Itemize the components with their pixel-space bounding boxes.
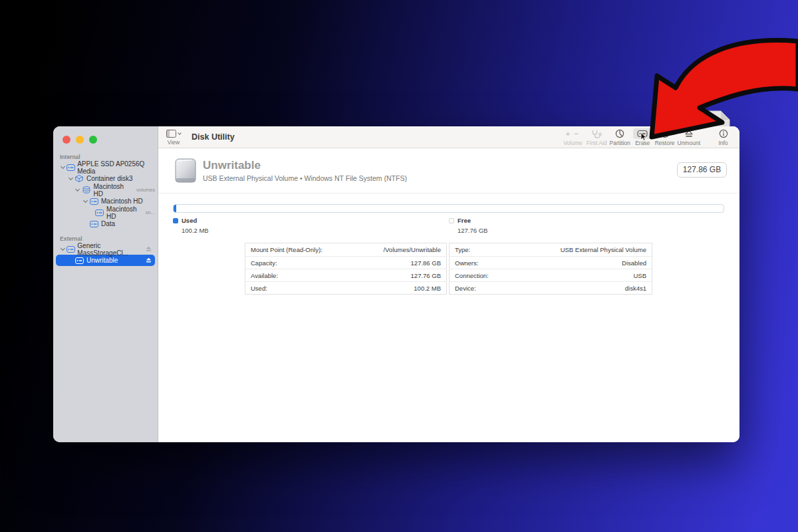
used-swatch-icon [173, 218, 178, 223]
minimize-button[interactable] [76, 136, 84, 144]
chevron-down-icon[interactable] [82, 198, 87, 202]
info-button[interactable]: Info [712, 128, 734, 146]
zoom-button[interactable] [89, 136, 97, 144]
traffic-lights [53, 126, 158, 148]
restore-icon [656, 128, 674, 139]
main-pane: View Disk Utility + − Volume First Aid [158, 126, 739, 442]
detail-label: Available: [251, 269, 278, 281]
free-swatch-icon [449, 218, 454, 223]
detail-value: 127.86 GB [411, 257, 441, 269]
table-row: Device: disk4s1 [450, 281, 652, 294]
detail-value: disk4s1 [625, 282, 646, 294]
sidebar-item-unwritable[interactable]: Unwritable [56, 255, 155, 266]
details-table-right: Type: USB External Physical Volume Owner… [449, 243, 652, 295]
volume-detail-panel: Unwritable USB External Physical Volume … [158, 149, 739, 442]
legend-free: Free 127.76 GB [449, 217, 487, 234]
first-aid-icon [587, 128, 606, 139]
used-value: 100.2 MB [182, 227, 209, 234]
sidebar-item-label: Macintosh HD [93, 183, 134, 198]
info-icon [715, 128, 732, 139]
sidebar-toggle-icon [166, 130, 176, 138]
mouse-cursor-icon [640, 132, 647, 144]
table-row: Owners: Disabled [450, 256, 652, 269]
external-drive-image [173, 158, 198, 187]
volume-group-icon [81, 186, 92, 194]
sidebar-item-macintosh-hd-snapshot[interactable]: Macintosh HD sn... [56, 207, 155, 218]
table-row: Capacity: 127.86 GB [245, 256, 446, 269]
details-table-left: Mount Point (Read-Only): /Volumes/Unwrit… [245, 243, 447, 295]
table-row: Mount Point (Read-Only): /Volumes/Unwrit… [245, 243, 446, 256]
unmount-button[interactable]: Unmount [676, 128, 702, 146]
sidebar-item-label: Data [101, 220, 115, 227]
drive-icon [88, 221, 99, 227]
sidebar-item-label: Container disk3 [86, 175, 132, 182]
table-row: Connection: USB [450, 269, 652, 281]
window-title: Disk Utility [192, 132, 235, 142]
sidebar-item-label: Macintosh HD [106, 205, 144, 220]
detail-label: Connection: [455, 269, 489, 281]
drive-icon [88, 198, 99, 205]
detail-label: Used: [251, 282, 267, 294]
detail-value: USB [633, 269, 646, 281]
chevron-down-icon [178, 131, 182, 135]
chevron-down-icon[interactable] [75, 186, 80, 191]
unmount-eject-icon [680, 128, 698, 139]
sidebar-item-suffix: volumes [136, 187, 155, 193]
legend-used: Used 100.2 MB [173, 217, 209, 234]
disk-utility-window: Internal APPLE SSD AP0256Q Media Contain… [53, 126, 739, 442]
chevron-down-icon[interactable] [61, 164, 65, 168]
eject-icon[interactable] [146, 257, 152, 263]
detail-value: USB External Physical Volume [561, 243, 646, 256]
detail-label: Capacity: [251, 257, 277, 269]
detail-label: Owners: [455, 257, 478, 269]
volume-title: Unwritable [203, 159, 261, 172]
view-button[interactable]: View [166, 129, 181, 146]
detail-value: 100.2 MB [414, 282, 441, 294]
sidebar-item-label: Unwritable [86, 257, 118, 264]
chevron-down-icon[interactable] [61, 245, 65, 250]
free-label: Free [458, 217, 471, 224]
usage-bar [173, 204, 724, 213]
partition-icon [611, 128, 628, 139]
close-button[interactable] [63, 136, 70, 144]
detail-label: Device: [455, 282, 476, 294]
sidebar: Internal APPLE SSD AP0256Q Media Contain… [53, 126, 158, 442]
first-aid-button[interactable]: First Aid [585, 128, 608, 146]
drive-icon [74, 257, 84, 264]
restore-button[interactable]: Restore [654, 128, 676, 146]
detail-value: 127.76 GB [411, 269, 441, 281]
toolbar: View Disk Utility + − Volume First Aid [158, 126, 739, 148]
sidebar-item-data[interactable]: Data [56, 218, 155, 229]
table-row: Available: 127.76 GB [245, 269, 446, 281]
detail-label: Mount Point (Read-Only): [251, 243, 323, 256]
capacity-badge: 127.86 GB [677, 162, 727, 178]
table-row: Used: 100.2 MB [245, 281, 446, 294]
erase-icon [633, 128, 652, 139]
volume-button[interactable]: + − Volume [561, 128, 585, 146]
detail-value: Disabled [622, 257, 646, 269]
sidebar-item-generic-massstorage[interactable]: Generic MassStorageCl... [56, 243, 155, 255]
drive-icon [66, 164, 75, 171]
drive-icon [66, 246, 75, 253]
table-row: Type: USB External Physical Volume [450, 243, 652, 256]
sidebar-item-macintosh-hd-volumes[interactable]: Macintosh HD volumes [56, 184, 155, 196]
usage-bar-used-segment [174, 205, 176, 212]
chevron-down-icon[interactable] [68, 175, 72, 180]
toolbar-buttons: + − Volume First Aid Partition [561, 128, 734, 146]
volume-subtitle: USB External Physical Volume • Windows N… [203, 174, 407, 182]
header-divider [158, 193, 739, 194]
view-button-label: View [168, 139, 180, 146]
eject-icon[interactable] [146, 246, 152, 252]
sidebar-item-label: Generic MassStorageCl... [77, 242, 146, 257]
sidebar-item-apple-ssd[interactable]: APPLE SSD AP0256Q Media [56, 162, 155, 173]
sidebar-item-suffix: sn... [146, 209, 155, 215]
drive-icon [95, 209, 104, 216]
sidebar-item-label: APPLE SSD AP0256Q Media [77, 160, 155, 175]
volume-add-remove-icon: + − [562, 128, 584, 139]
detail-value: /Volumes/Unwritable [383, 243, 441, 256]
used-label: Used [182, 217, 197, 224]
erase-button[interactable]: Erase [632, 128, 654, 146]
partition-button[interactable]: Partition [608, 128, 632, 146]
container-icon [74, 175, 84, 182]
sidebar-item-label: Macintosh HD [101, 198, 143, 205]
